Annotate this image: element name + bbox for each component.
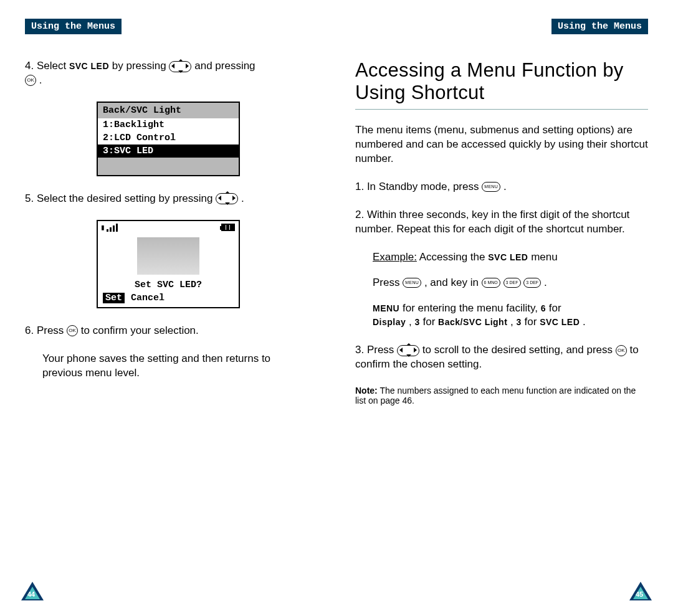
lcd1-row1: 1:Backlight <box>98 118 239 131</box>
lcd2-cancel: Cancel <box>131 293 165 303</box>
right-page: Using the Menus Accessing a Menu Functio… <box>336 0 673 616</box>
three2: 3 <box>517 317 522 327</box>
step3-b: to scroll to the desired setting, and pr… <box>422 344 616 356</box>
ex-a: Accessing the <box>419 251 489 263</box>
note: Note: The numbers assigned to each menu … <box>355 386 648 405</box>
press-a: Press <box>373 277 403 288</box>
signal-icon <box>102 224 120 232</box>
step6: 6. Press OK to confirm your selection. <box>25 324 312 338</box>
step5-text: 5. Select the desired setting by pressin… <box>25 192 216 204</box>
nav-icon <box>216 193 238 204</box>
step5: 5. Select the desired setting by pressin… <box>25 192 312 206</box>
step4: 4. Select SVC LED by pressing and pressi… <box>25 59 312 88</box>
header-left: Using the Menus <box>25 19 122 34</box>
key-6: 6 MNO <box>482 278 500 288</box>
menu-d: for <box>423 316 439 328</box>
intro: The menu items (menu, submenus and setti… <box>355 123 648 166</box>
menu-c: , <box>409 316 414 328</box>
lcd1-row2: 2:LCD Control <box>98 131 239 145</box>
menu-a: for entering the menu facility, <box>403 302 541 314</box>
menu-b: for <box>549 302 561 314</box>
page-corner-left: 44 <box>21 582 44 600</box>
example-label: Example: <box>373 251 417 263</box>
three1: 3 <box>415 317 420 327</box>
dot: . <box>583 316 586 328</box>
key-3: 3 DEF <box>504 278 521 288</box>
step3: 3. Press to scroll to the desired settin… <box>355 343 648 372</box>
step6-b: to confirm your selection. <box>81 325 199 336</box>
svc-sc: SVC LED <box>540 317 580 327</box>
section-title: Accessing a Menu Function by Using Short… <box>355 59 648 110</box>
lcd2-set: Set <box>103 293 125 303</box>
menu-sc: MENU <box>373 303 399 313</box>
ok-button-icon: OK <box>67 325 78 336</box>
lcd-screen-2: Set SVC LED? Set Cancel <box>97 220 240 308</box>
page-corner-right: 45 <box>629 582 652 600</box>
lcd2-color-box <box>137 237 199 275</box>
menu-button-icon: MENU <box>482 182 500 192</box>
display-sc: Display <box>373 317 406 327</box>
nav-icon <box>169 61 191 72</box>
header-right: Using the Menus <box>551 19 648 34</box>
left-page: Using the Menus 4. Select SVC LED by pre… <box>0 0 336 616</box>
six: 6 <box>541 303 546 313</box>
step6-a: 6. Press <box>25 325 67 336</box>
back-sc: Back/SVC Light <box>438 317 507 327</box>
lcd1-row3-selected: 3:SVC LED <box>98 145 239 158</box>
lcd2-question: Set SVC LED? <box>98 278 239 291</box>
example-block: Example: Accessing the SVC LED menu Pres… <box>355 250 648 330</box>
step1-a: 1. In Standby mode, press <box>355 181 482 192</box>
step3-a: 3. Press <box>355 344 397 356</box>
ex-svc: SVC LED <box>488 252 528 262</box>
menu-f: for <box>525 316 540 328</box>
lcd1-title: Back/SVC Light <box>98 103 239 118</box>
ok-button-icon: OK <box>25 75 36 86</box>
nav-icon <box>397 345 419 356</box>
page-num-left: 44 <box>27 590 35 598</box>
ex-b: menu <box>531 251 558 263</box>
menu-e: , <box>510 316 516 328</box>
step2: 2. Within three seconds, key in the firs… <box>355 208 648 237</box>
step4-svc-led: SVC LED <box>69 61 109 71</box>
lcd1-blank <box>98 158 239 175</box>
menu-button-icon: MENU <box>403 278 421 288</box>
step4-a: 4. Select <box>25 60 66 72</box>
note-text: The numbers assigned to each menu functi… <box>355 386 636 405</box>
step4-b: by pressing <box>112 60 169 72</box>
battery-icon <box>221 224 235 231</box>
page-num-right: 45 <box>636 590 643 598</box>
lcd-screen-1: Back/SVC Light 1:Backlight 2:LCD Control… <box>97 102 240 176</box>
note-label: Note: <box>355 386 378 396</box>
step6-cont: Your phone saves the setting and then re… <box>25 352 312 381</box>
ok-button-icon: OK <box>616 345 627 356</box>
key-3: 3 DEF <box>523 278 541 288</box>
press-b: , and key in <box>424 277 482 288</box>
step4-c: and pressing <box>194 60 255 72</box>
step1: 1. In Standby mode, press MENU . <box>355 180 648 194</box>
